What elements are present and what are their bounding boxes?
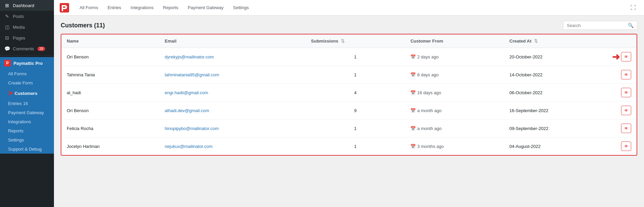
sidebar-item-entries[interactable]: Entries 16 bbox=[0, 99, 54, 108]
table-body: Ori Benson dyrekyjo@mailinator.com 1 📅2 … bbox=[61, 48, 637, 155]
cell-actions: 👁 bbox=[616, 84, 637, 102]
nav-integrations[interactable]: Integrations bbox=[126, 2, 158, 13]
cell-submissions: 1 bbox=[305, 48, 405, 66]
sidebar-item-reports[interactable]: Reports bbox=[0, 126, 54, 135]
plugin-logo bbox=[59, 3, 69, 13]
cell-name: Jocelyn Hartman bbox=[61, 137, 159, 155]
calendar-icon: 📅 bbox=[410, 54, 416, 59]
cell-email: tahminatania95@gmail.com bbox=[159, 66, 306, 84]
email-link[interactable]: alhadi.dev@gmail.com bbox=[165, 108, 209, 113]
sidebar-item-pages[interactable]: ⊟ Pages bbox=[0, 32, 54, 43]
content-area: Customers (11) 🔍 Name Email Submissions … bbox=[54, 16, 644, 207]
cell-created-at: 09-September-2022 bbox=[504, 120, 616, 137]
email-link[interactable]: nejukux@mailinator.com bbox=[165, 144, 213, 149]
cell-email: nejukux@mailinator.com bbox=[159, 137, 306, 155]
cell-created-at: 04-August-2022 bbox=[504, 137, 616, 155]
view-button[interactable]: 👁 bbox=[621, 88, 631, 97]
cell-submissions: 1 bbox=[305, 120, 405, 137]
cell-submissions: 1 bbox=[305, 137, 405, 155]
table-row: Ori Benson dyrekyjo@mailinator.com 1 📅2 … bbox=[61, 48, 637, 66]
nav-all-forms[interactable]: All Forms bbox=[75, 2, 103, 13]
cell-name: Ori Benson bbox=[61, 102, 159, 120]
sidebar-item-media[interactable]: ◫ Media bbox=[0, 22, 54, 32]
eye-icon: 👁 bbox=[624, 90, 628, 95]
col-email: Email bbox=[159, 34, 306, 48]
email-link[interactable]: hinopipybo@mailinator.com bbox=[165, 126, 219, 131]
view-button[interactable]: 👁 bbox=[621, 106, 631, 115]
view-button[interactable]: 👁 bbox=[621, 124, 631, 133]
sidebar-item-settings[interactable]: Settings bbox=[0, 135, 54, 145]
col-actions bbox=[616, 34, 637, 48]
cell-customer-from: 📅8 days ago bbox=[405, 66, 504, 84]
table-row: Tahmina Tania tahminatania95@gmail.com 1… bbox=[61, 66, 637, 84]
media-icon: ◫ bbox=[4, 24, 10, 30]
col-submissions[interactable]: Submissions ⇅ bbox=[305, 34, 405, 48]
email-link[interactable]: dyrekyjo@mailinator.com bbox=[165, 54, 214, 59]
content-header: Customers (11) 🔍 bbox=[61, 21, 637, 30]
nav-entries[interactable]: Entries bbox=[103, 2, 126, 13]
cell-actions: 👁 bbox=[616, 137, 637, 155]
wordpress-sidebar: ⊞ Dashboard ✎ Posts ◫ Media ⊟ Pages 💬 Co… bbox=[0, 0, 54, 207]
sidebar-item-posts[interactable]: ✎ Posts bbox=[0, 11, 54, 22]
cell-email: engr.hadii@gmail.com bbox=[159, 84, 306, 102]
table-row: al_hadi engr.hadii@gmail.com 4 📅16 days … bbox=[61, 84, 637, 102]
page-title: Customers (11) bbox=[61, 22, 105, 29]
submissions-sort-icon: ⇅ bbox=[341, 38, 345, 44]
created-at-sort-icon: ⇅ bbox=[534, 38, 538, 44]
comments-badge: 38 bbox=[37, 47, 45, 51]
col-created-at[interactable]: Created At ⇅ bbox=[504, 34, 616, 48]
calendar-icon: 📅 bbox=[410, 108, 416, 113]
cell-name: Felicia Rocha bbox=[61, 120, 159, 137]
cell-actions: ➜ 👁 bbox=[616, 48, 637, 66]
cell-created-at: 14-October-2022 bbox=[504, 66, 616, 84]
expand-icon[interactable]: ⛶ bbox=[628, 3, 639, 12]
cell-submissions: 4 bbox=[305, 84, 405, 102]
cell-actions: 👁 bbox=[616, 66, 637, 84]
calendar-icon: 📅 bbox=[410, 144, 416, 149]
comments-icon: 💬 bbox=[4, 46, 10, 51]
dashboard-icon: ⊞ bbox=[4, 3, 10, 8]
nav-settings[interactable]: Settings bbox=[228, 2, 254, 13]
sidebar-item-integrations[interactable]: Integrations bbox=[0, 117, 54, 126]
cell-email: dyrekyjo@mailinator.com bbox=[159, 48, 306, 66]
cell-customer-from: 📅3 months ago bbox=[405, 137, 504, 155]
table-header: Name Email Submissions ⇅ Customer From C… bbox=[61, 34, 637, 48]
calendar-icon: 📅 bbox=[410, 72, 416, 77]
calendar-icon: 📅 bbox=[410, 90, 416, 95]
table-row: Felicia Rocha hinopipybo@mailinator.com … bbox=[61, 120, 637, 137]
search-box: 🔍 bbox=[563, 21, 637, 30]
sidebar-divider bbox=[0, 55, 54, 56]
col-customer-from: Customer From bbox=[405, 34, 504, 48]
email-link[interactable]: tahminatania95@gmail.com bbox=[165, 72, 219, 77]
cell-customer-from: 📅a month ago bbox=[405, 102, 504, 120]
sidebar-item-customers[interactable]: ➤ Customers bbox=[0, 87, 54, 99]
paymattic-section: P Paymattic Pro All Forms Create Form ➤ … bbox=[0, 57, 54, 154]
cell-email: alhadi.dev@gmail.com bbox=[159, 102, 306, 120]
sidebar-item-payment-gateway[interactable]: Payment Gateway bbox=[0, 108, 54, 117]
view-button[interactable]: 👁 bbox=[621, 70, 631, 79]
sidebar-item-support[interactable]: Support & Debug bbox=[0, 145, 54, 154]
cell-actions: 👁 bbox=[616, 120, 637, 137]
sidebar-item-create-form[interactable]: Create Form bbox=[0, 78, 54, 87]
sidebar-item-comments[interactable]: 💬 Comments 38 bbox=[0, 43, 54, 54]
nav-payment-gateway[interactable]: Payment Gateway bbox=[183, 2, 228, 13]
cell-name: Tahmina Tania bbox=[61, 66, 159, 84]
email-link[interactable]: engr.hadii@gmail.com bbox=[165, 90, 208, 95]
paymattic-header[interactable]: P Paymattic Pro bbox=[0, 57, 54, 69]
sidebar-item-dashboard[interactable]: ⊞ Dashboard bbox=[0, 0, 54, 11]
cell-name: Ori Benson bbox=[61, 48, 159, 66]
sidebar-item-all-forms[interactable]: All Forms bbox=[0, 69, 54, 78]
entries-badge: 16 bbox=[23, 101, 28, 106]
table-row: Ori Benson alhadi.dev@gmail.com 9 📅a mon… bbox=[61, 102, 637, 120]
cell-customer-from: 📅2 days ago bbox=[405, 48, 504, 66]
cell-created-at: 20-October-2022 bbox=[504, 48, 616, 66]
view-button[interactable]: 👁 bbox=[621, 52, 631, 61]
eye-icon: 👁 bbox=[624, 144, 628, 149]
paymattic-logo-svg bbox=[60, 3, 69, 12]
pages-icon: ⊟ bbox=[4, 35, 10, 41]
view-button[interactable]: 👁 bbox=[621, 141, 631, 151]
customers-table-wrapper: Name Email Submissions ⇅ Customer From C… bbox=[61, 34, 637, 156]
cell-customer-from: 📅a month ago bbox=[405, 120, 504, 137]
nav-reports[interactable]: Reports bbox=[158, 2, 183, 13]
search-input[interactable] bbox=[567, 23, 626, 28]
